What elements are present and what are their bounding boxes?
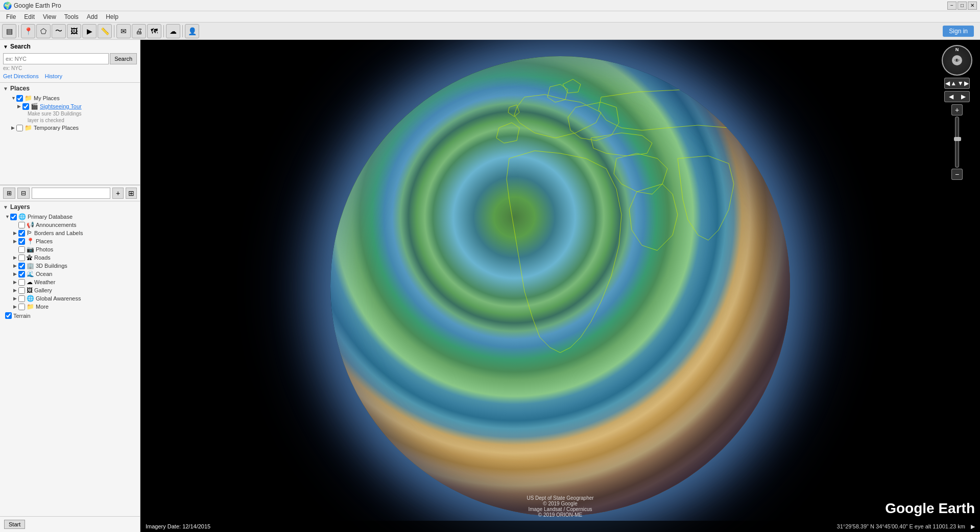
gallery-label: Gallery <box>34 287 52 293</box>
weather-item[interactable]: ▶ ☁ Weather <box>3 278 137 286</box>
add-path-button[interactable]: 〜 <box>52 24 66 38</box>
pan-left-button[interactable]: ◀ <box>945 80 950 87</box>
layer-tab-button-1[interactable]: ⊞ <box>3 188 15 199</box>
photos-item[interactable]: 📷 Photos <box>3 245 137 253</box>
tilt-left-button[interactable]: ◀ <box>949 93 953 100</box>
places-header[interactable]: ▼ Places <box>3 85 137 92</box>
menu-add[interactable]: Add <box>83 12 102 21</box>
upload-button[interactable]: ☁ <box>166 24 180 38</box>
menu-view[interactable]: View <box>39 12 60 21</box>
map-area[interactable]: N 👁 ◀ ▲ ▼ ▶ ◀ ▶ + <box>140 40 980 532</box>
places-layer-item[interactable]: ▶ 📍 Places <box>3 237 137 245</box>
menu-help[interactable]: Help <box>102 12 123 21</box>
globe-overlay <box>330 56 790 516</box>
zoom-out-button[interactable]: − <box>951 169 963 180</box>
earth-globe[interactable] <box>330 56 790 516</box>
history-link[interactable]: History <box>45 73 62 79</box>
pan-right-button[interactable]: ▶ <box>964 80 969 87</box>
layer-tab-button-2[interactable]: ⊟ <box>17 188 30 199</box>
global-awareness-label: Global Awareness <box>36 295 81 302</box>
start-button[interactable]: Start <box>4 520 25 529</box>
temporary-places-checkbox[interactable] <box>16 125 23 131</box>
zoom-in-button[interactable]: + <box>951 104 963 115</box>
primary-database-checkbox[interactable] <box>10 214 17 220</box>
gallery-checkbox[interactable] <box>18 287 25 294</box>
global-awareness-item[interactable]: ▶ 🌐 Global Awareness <box>3 294 137 303</box>
search-header[interactable]: ▼ Search <box>3 43 137 50</box>
signin-button[interactable]: Sign in <box>943 26 974 37</box>
borders-labels-item[interactable]: ▶ 🏳 Borders and Labels <box>3 229 137 237</box>
global-awareness-checkbox[interactable] <box>18 295 25 302</box>
zoom-slider-container: + − <box>951 104 963 180</box>
borders-labels-label: Borders and Labels <box>34 230 83 236</box>
search-button[interactable]: Search <box>110 53 137 64</box>
ocean-checkbox[interactable] <box>18 271 25 277</box>
add-polygon-button[interactable]: ⬠ <box>36 24 51 38</box>
3d-buildings-checkbox[interactable] <box>18 263 25 269</box>
add-placemark-button[interactable]: 📍 <box>21 24 35 38</box>
tilt-right-button[interactable]: ▶ <box>961 93 966 100</box>
temporary-places-item[interactable]: ▶ 📁 Temporary Places <box>3 124 137 132</box>
layers-header[interactable]: ▼ Layers <box>3 203 137 211</box>
more-checkbox[interactable] <box>18 304 25 310</box>
my-places-item[interactable]: ▼ 📁 My Places <box>3 94 137 102</box>
nav-controls: N 👁 ◀ ▲ ▼ ▶ ◀ ▶ + <box>942 45 972 180</box>
terrain-item[interactable]: Terrain <box>3 312 137 319</box>
menu-file[interactable]: File <box>2 12 20 21</box>
announcements-item[interactable]: 📢 Announcements <box>3 221 137 229</box>
primary-database-item[interactable]: ▼ 🌐 Primary Database <box>3 213 137 221</box>
announcements-checkbox[interactable] <box>18 222 25 228</box>
compass[interactable]: N 👁 <box>942 45 972 76</box>
minimize-button[interactable]: − <box>947 2 957 10</box>
weather-label: Weather <box>34 279 55 285</box>
sightseeing-tour-item[interactable]: ▶ 🎬 Sightseeing Tour <box>3 102 137 110</box>
terrain-checkbox[interactable] <box>5 312 12 319</box>
layer-add-button-2[interactable]: ⊞ <box>126 188 137 199</box>
photos-checkbox[interactable] <box>18 246 25 253</box>
pan-up-button[interactable]: ▲ <box>950 80 957 87</box>
layer-search-input[interactable] <box>32 188 110 199</box>
show-sidebar-button[interactable]: ▤ <box>2 24 16 38</box>
3d-buildings-item[interactable]: ▶ 🏢 3D Buildings <box>3 262 137 270</box>
roads-checkbox[interactable] <box>18 255 25 261</box>
search-input[interactable] <box>3 53 109 64</box>
roads-item[interactable]: ▶ 🛣 Roads <box>3 253 137 262</box>
main-container: ▼ Search Search ex: NYC Get Directions H… <box>0 40 980 532</box>
weather-checkbox[interactable] <box>18 279 25 286</box>
print-button[interactable]: 🖨 <box>132 24 146 38</box>
borders-labels-checkbox[interactable] <box>18 230 25 237</box>
record-tour-button[interactable]: ▶ <box>82 24 97 38</box>
gallery-item[interactable]: ▶ 🖼 Gallery <box>3 286 137 294</box>
maps-button[interactable]: 🗺 <box>147 24 161 38</box>
places-layer-checkbox[interactable] <box>18 238 25 245</box>
street-view-button[interactable]: 👤 <box>185 24 199 38</box>
imagery-date: Imagery Date: 12/14/2015 <box>146 523 210 529</box>
ocean-item[interactable]: ▶ 🌊 Ocean <box>3 270 137 278</box>
layers-title: Layers <box>10 203 30 211</box>
places-section: ▼ Places ▼ 📁 My Places ▶ 🎬 Sightseeing T… <box>0 83 140 185</box>
layer-add-button-1[interactable]: + <box>112 188 124 199</box>
add-overlay-button[interactable]: 🖼 <box>67 24 81 38</box>
compass-ring: N 👁 <box>942 45 972 76</box>
more-item[interactable]: ▶ 📁 More <box>3 303 137 311</box>
toolbar-separator-3 <box>163 25 164 37</box>
pan-down-button[interactable]: ▼ <box>958 80 964 87</box>
zoom-track[interactable] <box>955 117 959 168</box>
status-right: 31°29'58.39" N 34°45'00.40" E eye alt 11… <box>837 523 975 530</box>
compass-eye-icon[interactable]: 👁 <box>952 55 962 65</box>
left-panel: ▼ Search Search ex: NYC Get Directions H… <box>0 40 140 532</box>
ruler-button[interactable]: 📏 <box>98 24 112 38</box>
app-icon: 🌍 <box>3 2 12 10</box>
zoom-thumb[interactable] <box>954 137 961 141</box>
get-directions-link[interactable]: Get Directions <box>3 73 39 79</box>
globe-container <box>140 40 980 532</box>
sightseeing-tour-label[interactable]: Sightseeing Tour <box>40 103 82 109</box>
my-places-checkbox[interactable] <box>16 95 23 102</box>
maximize-button[interactable]: □ <box>958 2 967 10</box>
menu-tools[interactable]: Tools <box>60 12 83 21</box>
menu-edit[interactable]: Edit <box>20 12 39 21</box>
email-button[interactable]: ✉ <box>116 24 131 38</box>
close-button[interactable]: ✕ <box>968 2 977 10</box>
sightseeing-tour-checkbox[interactable] <box>22 103 29 110</box>
app-title: Google Earth Pro <box>14 2 947 9</box>
